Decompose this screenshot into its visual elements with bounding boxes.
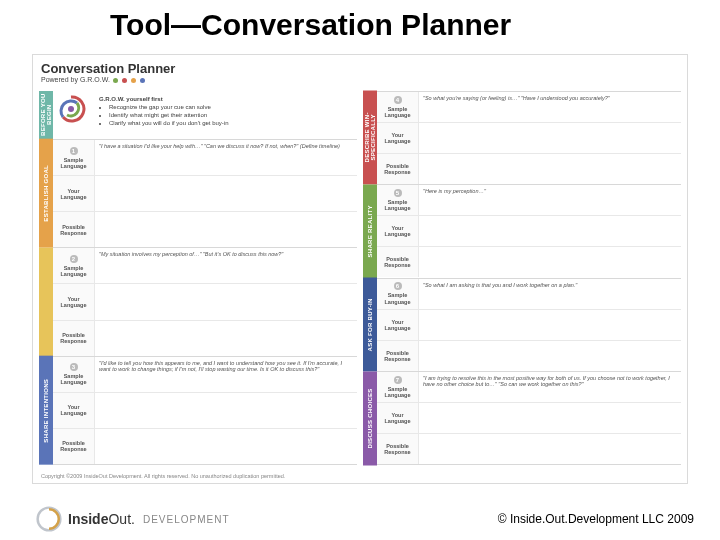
right-column: DESCRIBE WIN-SPECIFICALLYSHARE REALITYAS… [363, 91, 681, 465]
row-label: Your Language [53, 284, 95, 319]
row: Possible Response [53, 320, 357, 356]
row-label: 7Sample Language [377, 372, 419, 402]
row-content [95, 212, 357, 247]
footer: InsideOut. DEVELOPMENT © Inside.Out.Deve… [0, 506, 720, 532]
row-label: Your Language [377, 310, 419, 340]
section: 3Sample Language"I'd like to tell you ho… [53, 357, 357, 465]
planner-document: Conversation Planner Powered by G.R.O.W.… [32, 54, 688, 484]
planner-grid: BEFORE YOU BEGIN ESTABLISH GOALSHARE INT… [39, 91, 681, 465]
row: Your Language [53, 175, 357, 211]
dot-icon [122, 78, 127, 83]
row-label: Your Language [377, 403, 419, 433]
row: 3Sample Language"I'd like to tell you ho… [53, 357, 357, 392]
step-number: 3 [70, 363, 78, 371]
row: Possible Response [377, 153, 681, 184]
doc-copyright: Copyright ©2009 InsideOut Development. A… [41, 473, 285, 479]
doc-title: Conversation Planner [41, 61, 175, 76]
row-content: "So what I am asking is that you and I w… [419, 279, 681, 309]
row-content: "I have a situation I'd like your help w… [95, 140, 357, 175]
row-content [419, 341, 681, 371]
section-tab: ASK FOR BUY-IN [363, 278, 377, 372]
step-number: 4 [394, 96, 402, 104]
row-label: Your Language [377, 216, 419, 246]
doc-subtitle: Powered by G.R.O.W. [41, 76, 175, 83]
logo-text: InsideOut. [68, 511, 135, 527]
row-content [95, 176, 357, 211]
row-content [419, 247, 681, 277]
section: 7Sample Language"I am trying to resolve … [377, 372, 681, 465]
section: 2Sample Language"My situation involves m… [53, 248, 357, 356]
row: 6Sample Language"So what I am asking is … [377, 279, 681, 309]
svg-point-1 [38, 508, 61, 531]
before-tab: BEFORE YOU BEGIN [39, 91, 53, 139]
row-label: Possible Response [377, 341, 419, 371]
logo-icon [36, 506, 62, 532]
row: 7Sample Language"I am trying to resolve … [377, 372, 681, 402]
row-label: 2Sample Language [53, 248, 95, 283]
row: 2Sample Language"My situation involves m… [53, 248, 357, 283]
row-content [419, 216, 681, 246]
dot-icon [113, 78, 118, 83]
row-label: Possible Response [53, 429, 95, 464]
step-number: 7 [394, 376, 402, 384]
row-content [419, 310, 681, 340]
row: Your Language [53, 283, 357, 319]
row-label: Your Language [53, 176, 95, 211]
step-number: 2 [70, 255, 78, 263]
row: Possible Response [53, 211, 357, 247]
row-label: Possible Response [377, 247, 419, 277]
slide-title: Tool—Conversation Planner [0, 0, 720, 48]
left-column: BEFORE YOU BEGIN ESTABLISH GOALSHARE INT… [39, 91, 357, 465]
row-content: "I'd like to tell you how this appears t… [95, 357, 357, 392]
row-label: Possible Response [377, 154, 419, 184]
row-content: "Here is my perception…" [419, 185, 681, 215]
row-label: Possible Response [377, 434, 419, 464]
row-content [95, 393, 357, 428]
row-label: 3Sample Language [53, 357, 95, 392]
row-content: "My situation involves my perception of…… [95, 248, 357, 283]
row-content [419, 154, 681, 184]
row-label: 4Sample Language [377, 92, 419, 122]
logo-text-2: DEVELOPMENT [143, 514, 230, 525]
row: Your Language [377, 215, 681, 246]
dot-icon [140, 78, 145, 83]
section-tab: DESCRIBE WIN-SPECIFICALLY [363, 91, 377, 185]
section-tab: DISCUSS CHOICES [363, 372, 377, 466]
row: Your Language [377, 309, 681, 340]
row: Possible Response [377, 340, 681, 371]
section-tab: SHARE REALITY [363, 185, 377, 279]
row: Your Language [377, 402, 681, 433]
section: 4Sample Language"So what you're saying (… [377, 92, 681, 185]
row-content [419, 434, 681, 464]
row: 1Sample Language"I have a situation I'd … [53, 140, 357, 175]
logo: InsideOut. DEVELOPMENT [36, 506, 230, 532]
row-label: Possible Response [53, 321, 95, 356]
row: 5Sample Language"Here is my perception…" [377, 185, 681, 215]
section: 6Sample Language"So what I am asking is … [377, 279, 681, 372]
row-content [419, 123, 681, 153]
row-content [95, 321, 357, 356]
row: Possible Response [377, 433, 681, 464]
step-number: 6 [394, 282, 402, 290]
row: Possible Response [377, 246, 681, 277]
dot-icon [131, 78, 136, 83]
copyright: © Inside.Out.Development LLC 2009 [498, 512, 694, 526]
row: Possible Response [53, 428, 357, 464]
section-tab [39, 248, 53, 357]
row-label: Your Language [53, 393, 95, 428]
row-label: Your Language [377, 123, 419, 153]
section: 1Sample Language"I have a situation I'd … [53, 140, 357, 248]
row-content [95, 429, 357, 464]
row-label: 1Sample Language [53, 140, 95, 175]
step-number: 1 [70, 147, 78, 155]
row-label: 6Sample Language [377, 279, 419, 309]
step-number: 5 [394, 189, 402, 197]
row: Your Language [377, 122, 681, 153]
row-content [419, 403, 681, 433]
row-label: 5Sample Language [377, 185, 419, 215]
section-tab: ESTABLISH GOAL [39, 139, 53, 248]
section: 5Sample Language"Here is my perception…"… [377, 185, 681, 278]
row-label: Possible Response [53, 212, 95, 247]
row: Your Language [53, 392, 357, 428]
doc-header: Conversation Planner Powered by G.R.O.W. [33, 55, 687, 85]
